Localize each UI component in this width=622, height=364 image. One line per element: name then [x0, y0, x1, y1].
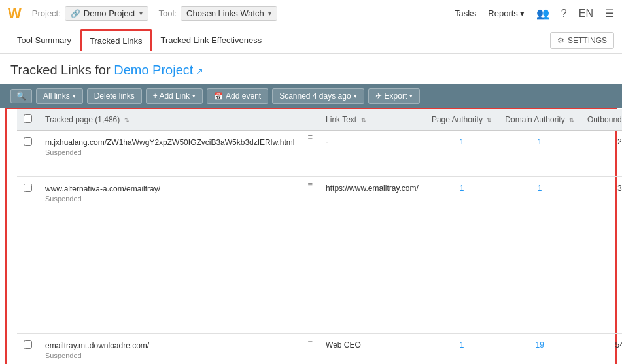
- add-link-btn[interactable]: + Add Link ▾: [146, 88, 203, 104]
- table-row: emailtray.mt.downloadre.com/Suspended≡We…: [17, 333, 622, 364]
- suspended-label-1: Suspended: [45, 195, 294, 203]
- th-checkbox: [17, 109, 39, 131]
- export-icon: ✈: [375, 91, 382, 101]
- page-title-area: Tracked Links for Demo Project↗: [0, 54, 622, 84]
- export-arrow: ▾: [409, 93, 413, 99]
- link-text-1: https://www.emailtray.com/: [319, 177, 425, 333]
- pa-0: 1: [425, 131, 498, 177]
- link-icon-2: ≡: [301, 333, 319, 364]
- users-icon[interactable]: 👥: [536, 7, 549, 20]
- sort-pa-icon: ⇅: [487, 117, 492, 124]
- top-header: W Project: 🔗 Demo Project ▾ Tool: Chosen…: [0, 0, 622, 27]
- menu-icon[interactable]: ☰: [605, 7, 614, 20]
- tracked-url-0: m.jxhualang.com/ZW1haWwgY2xpZW50IGZvciB3…: [45, 137, 294, 148]
- tool-arrow: ▾: [268, 10, 271, 17]
- project-name: Demo Project: [84, 8, 135, 18]
- add-event-btn[interactable]: 📅 Add event: [207, 88, 268, 104]
- link-icon-0: ≡: [301, 131, 319, 177]
- scanned-arrow: ▾: [354, 93, 357, 99]
- tracked-url-2: emailtray.mt.downloadre.com/: [45, 340, 294, 352]
- suspended-label-2: Suspended: [45, 352, 294, 359]
- delete-label: Delete links: [94, 91, 135, 101]
- suspended-label-0: Suspended: [45, 148, 294, 156]
- sort-tracked-icon: ⇅: [124, 117, 130, 124]
- title-project-name: Demo Project: [114, 63, 193, 77]
- da-2: 19: [498, 333, 581, 364]
- project-selector[interactable]: 🔗 Demo Project ▾: [65, 6, 148, 21]
- row-checkbox-2[interactable]: [24, 340, 32, 349]
- da-0: 1: [498, 131, 581, 177]
- settings-label: SETTINGS: [568, 36, 607, 45]
- logo: W: [8, 5, 22, 22]
- ob-1: 3: [581, 177, 622, 333]
- export-btn[interactable]: ✈ Export ▾: [368, 88, 421, 104]
- th-tracked[interactable]: Tracked page (1,486) ⇅: [39, 109, 301, 131]
- tasks-link[interactable]: Tasks: [455, 8, 476, 18]
- tab-tool-summary[interactable]: Tool Summary: [8, 29, 80, 53]
- link-text-2: Web CEO: [319, 333, 425, 364]
- tab-bar: Tool Summary Tracked Links Tracked Link …: [0, 27, 622, 54]
- tab-effectiveness[interactable]: Tracked Link Effectiveness: [152, 29, 271, 53]
- all-links-label: All links: [43, 91, 70, 101]
- calendar-icon: 📅: [214, 92, 223, 101]
- link-icon-1: ≡: [301, 177, 319, 333]
- scanned-btn[interactable]: Scanned 4 days ago ▾: [272, 88, 364, 104]
- project-label: Project:: [32, 8, 61, 18]
- lang-btn[interactable]: EN: [579, 8, 593, 20]
- delete-links-btn[interactable]: Delete links: [87, 88, 142, 104]
- add-link-label: + Add Link: [153, 91, 190, 101]
- page-title: Tracked Links for Demo Project↗: [10, 63, 612, 78]
- toolbar: 🔍 All links ▾ Delete links + Add Link ▾ …: [0, 84, 622, 108]
- header-right: Tasks Reports ▾ 👥 ? EN ☰: [455, 7, 614, 20]
- tool-name: Chosen Links Watch: [186, 8, 264, 18]
- tracked-url-1: www.alternativa-a.com/emailtray/: [45, 184, 294, 195]
- pa-1: 1: [425, 177, 498, 333]
- export-label: Export: [385, 91, 407, 101]
- project-arrow: ▾: [139, 10, 143, 17]
- search-icon: 🔍: [16, 91, 26, 101]
- select-all-checkbox[interactable]: [24, 114, 32, 123]
- add-event-label: Add event: [226, 91, 261, 101]
- search-btn[interactable]: 🔍: [10, 89, 32, 103]
- title-prefix: Tracked Links for: [10, 63, 114, 77]
- reports-link[interactable]: Reports ▾: [488, 8, 525, 18]
- row-checkbox-1[interactable]: [24, 184, 32, 192]
- tracked-links-table: Tracked page (1,486) ⇅ Link Text ⇅ Page …: [17, 109, 622, 364]
- table-row: www.alternativa-a.com/emailtray/Suspende…: [17, 177, 622, 333]
- all-links-btn[interactable]: All links ▾: [36, 88, 83, 104]
- tool-selector[interactable]: Chosen Links Watch ▾: [181, 6, 277, 21]
- pa-2: 1: [425, 333, 498, 364]
- settings-button[interactable]: ⚙ SETTINGS: [550, 32, 614, 49]
- table-row: m.jxhualang.com/ZW1haWwgY2xpZW50IGZvciB3…: [17, 131, 622, 177]
- tab-tracked-links[interactable]: Tracked Links: [80, 29, 151, 51]
- row-checkbox-0[interactable]: [24, 137, 32, 146]
- th-linktext[interactable]: Link Text ⇅: [319, 109, 425, 131]
- sort-da-icon: ⇅: [569, 117, 574, 124]
- th-pa[interactable]: Page Authority ⇅: [425, 109, 498, 131]
- sort-linktext-icon: ⇅: [361, 117, 366, 124]
- da-1: 1: [498, 177, 581, 333]
- th-ob[interactable]: Outbound Links ⇅: [581, 109, 622, 131]
- tool-label: Tool:: [159, 8, 177, 18]
- all-links-arrow: ▾: [73, 93, 76, 99]
- project-icon: 🔗: [71, 9, 80, 18]
- th-icon: [301, 109, 319, 131]
- scanned-label: Scanned 4 days ago: [279, 91, 351, 101]
- ext-link-icon[interactable]: ↗: [196, 66, 203, 76]
- add-link-arrow: ▾: [192, 93, 196, 99]
- ob-0: 2: [581, 131, 622, 177]
- help-icon[interactable]: ?: [561, 8, 567, 20]
- settings-icon: ⚙: [557, 36, 564, 45]
- th-da[interactable]: Domain Authority ⇅: [498, 109, 581, 131]
- table-container: Tracked page (1,486) ⇅ Link Text ⇅ Page …: [5, 108, 617, 364]
- ob-2: 54: [581, 333, 622, 364]
- link-text-0: -: [319, 131, 425, 177]
